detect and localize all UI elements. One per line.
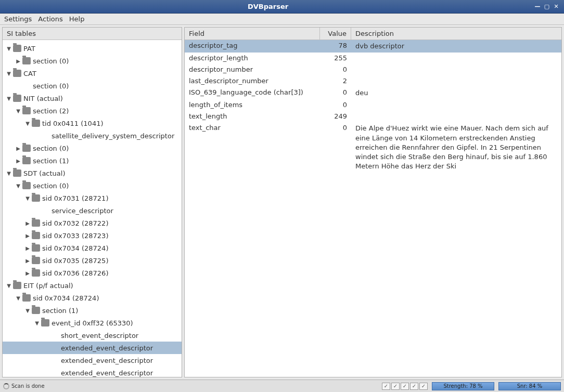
chevron-down-icon[interactable]: ▼ [6, 171, 12, 176]
tree-item[interactable]: ▶sid 0x7036 (28726) [3, 267, 182, 279]
chevron-down-icon[interactable]: ▼ [15, 108, 21, 114]
cell-field: text_length [185, 111, 320, 122]
folder-icon [13, 45, 21, 52]
close-button[interactable]: ✕ [552, 3, 561, 11]
col-header-description[interactable]: Description [351, 28, 561, 40]
table-row[interactable]: last_descriptor_number2 [185, 75, 561, 87]
status-checks: ✓ ✓ ✓ ✓ ✓ [382, 383, 428, 390]
cell-field: text_char [185, 122, 320, 133]
col-header-value[interactable]: Value [320, 28, 351, 40]
menu-help[interactable]: Help [69, 15, 85, 23]
chevron-down-icon[interactable]: ▼ [34, 320, 40, 326]
chevron-right-icon[interactable]: ▶ [24, 220, 31, 226]
tree-item[interactable]: section (0) [3, 80, 182, 92]
menu-settings[interactable]: Settings [4, 15, 32, 23]
cell-value: 0 [320, 122, 351, 133]
check-3[interactable]: ✓ [401, 383, 409, 390]
chevron-down-icon[interactable]: ▼ [6, 71, 12, 76]
tree-item[interactable]: ▼tid 0x0411 (1041) [3, 117, 182, 129]
check-5[interactable]: ✓ [419, 383, 428, 390]
tree-item[interactable]: ▼CAT [3, 67, 182, 80]
tree-item-label: PAT [23, 45, 35, 53]
tree-item[interactable]: ▶sid 0x7033 (28723) [3, 229, 182, 242]
tree-item[interactable]: ▶sid 0x7032 (28722) [3, 217, 182, 229]
folder-icon [32, 194, 40, 202]
tree-item[interactable]: short_event_descriptor [3, 329, 182, 342]
tree-item[interactable]: ▼SDT (actual) [3, 167, 182, 179]
tree-item[interactable]: ▼event_id 0xff32 (65330) [3, 317, 182, 329]
chevron-right-icon[interactable]: ▶ [24, 270, 31, 276]
table-row[interactable]: descriptor_tag78dvb descriptor [185, 40, 561, 53]
maximize-button[interactable]: ▢ [542, 3, 552, 11]
tree-item[interactable]: ▶sid 0x7034 (28724) [3, 242, 182, 254]
tree-item[interactable]: ▼NIT (actual) [3, 92, 182, 104]
check-4[interactable]: ✓ [410, 383, 418, 390]
chevron-down-icon[interactable]: ▼ [6, 96, 12, 101]
chevron-right-icon[interactable]: ▶ [15, 146, 21, 151]
chevron-down-icon[interactable]: ▼ [24, 195, 31, 201]
folder-icon [41, 319, 49, 326]
tree-item-label: NIT (actual) [23, 95, 63, 102]
tree-item[interactable]: ▶section (0) [3, 55, 182, 67]
table-row[interactable]: text_char0Die Alpe d'Huez wirkt wie eine… [185, 122, 561, 173]
tree-item[interactable]: ▶section (0) [3, 142, 182, 154]
table-row[interactable]: ISO_639_language_code (char[3])0deu [185, 87, 561, 99]
cell-value: 2 [320, 75, 351, 86]
tree-item-label: sid 0x7036 (28726) [42, 269, 108, 277]
tree-item[interactable]: ▼section (0) [3, 179, 182, 192]
tree-item[interactable]: ▼EIT (p/f actual) [3, 279, 182, 292]
tree-item[interactable]: ▼section (1) [3, 304, 182, 317]
tree-item[interactable]: ▼sid 0x7031 (28721) [3, 192, 182, 204]
chevron-right-icon[interactable]: ▶ [15, 158, 21, 164]
tree-item[interactable]: extended_event_descriptor [3, 367, 182, 377]
col-header-field[interactable]: Field [185, 28, 320, 40]
si-tables-header: SI tables [3, 28, 182, 40]
tree-item[interactable]: ▼section (2) [3, 104, 182, 117]
folder-icon [32, 219, 40, 227]
tree-item[interactable]: satellite_delivery_system_descriptor [3, 129, 182, 142]
tree-item-label: sid 0x7034 (28724) [42, 244, 108, 252]
tree-item[interactable]: extended_event_descriptor [3, 342, 182, 354]
chevron-right-icon[interactable]: ▶ [24, 245, 31, 251]
tree-item-label: CAT [23, 70, 36, 77]
status-text: Scan is done [3, 383, 380, 389]
chevron-down-icon[interactable]: ▼ [24, 121, 31, 126]
chevron-down-icon[interactable]: ▼ [15, 183, 21, 189]
window-title: DVBparser [3, 3, 533, 10]
tree-item[interactable]: extended_event_descriptor [3, 354, 182, 367]
chevron-down-icon[interactable]: ▼ [24, 308, 31, 313]
tree-item-label: tid 0x0411 (1041) [42, 120, 104, 127]
cell-field: last_descriptor_number [185, 75, 320, 86]
check-1[interactable]: ✓ [382, 383, 390, 390]
chevron-down-icon[interactable]: ▼ [6, 283, 12, 289]
folder-icon [32, 307, 40, 314]
chevron-down-icon[interactable]: ▼ [15, 295, 21, 301]
cell-field: descriptor_tag [185, 40, 320, 51]
tree-item-label: section (0) [33, 82, 69, 90]
chevron-down-icon[interactable]: ▼ [6, 46, 12, 51]
chevron-right-icon[interactable]: ▶ [24, 233, 31, 239]
si-tables-panel: SI tables ▼PAT▶section (0)▼CATsection (0… [2, 27, 182, 377]
menu-actions[interactable]: Actions [38, 15, 63, 23]
table-body[interactable]: descriptor_tag78dvb descriptordescriptor… [185, 40, 561, 377]
table-row[interactable]: descriptor_number0 [185, 64, 561, 75]
chevron-right-icon[interactable]: ▶ [24, 258, 31, 264]
folder-icon [22, 57, 31, 64]
tree-item[interactable]: ▼PAT [3, 42, 182, 55]
si-tables-tree[interactable]: ▼PAT▶section (0)▼CATsection (0)▼NIT (act… [3, 40, 182, 377]
tree-item[interactable]: ▼sid 0x7034 (28724) [3, 292, 182, 304]
tree-item[interactable]: ▶sid 0x7035 (28725) [3, 254, 182, 267]
table-row[interactable]: descriptor_length255 [185, 53, 561, 64]
statusbar: Scan is done ✓ ✓ ✓ ✓ ✓ Strength: 78 % Sn… [0, 380, 564, 392]
table-row[interactable]: length_of_items0 [185, 99, 561, 111]
folder-icon [32, 269, 40, 277]
minimize-button[interactable]: — [533, 3, 542, 11]
check-2[interactable]: ✓ [391, 383, 400, 390]
tree-item[interactable]: service_descriptor [3, 204, 182, 217]
spinner-icon [3, 383, 9, 389]
tree-item-label: extended_event_descriptor [61, 344, 153, 352]
table-row[interactable]: text_length249 [185, 111, 561, 122]
tree-item[interactable]: ▶section (1) [3, 154, 182, 167]
cell-value: 0 [320, 99, 351, 110]
chevron-right-icon[interactable]: ▶ [15, 58, 21, 64]
